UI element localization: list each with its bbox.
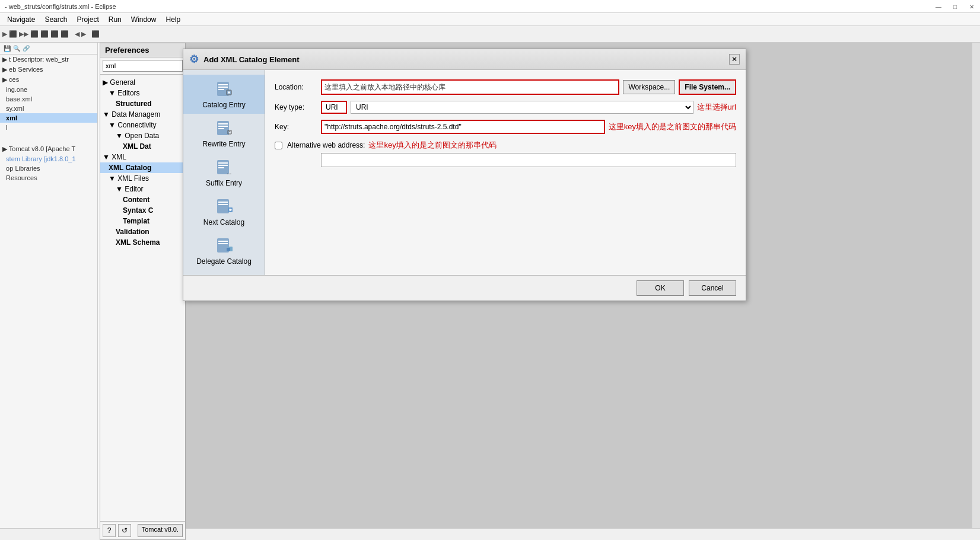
spacer	[0, 132, 97, 144]
catalog-entry-label: Catalog Entry	[202, 101, 246, 109]
project-item-3[interactable]: ▶ ces	[0, 75, 97, 85]
uri-label: URI	[326, 103, 338, 111]
suffix-entry-icon: ...	[215, 158, 234, 177]
tree-editor[interactable]: ▼ Editor	[100, 184, 185, 194]
key-type-label: Key type:	[275, 103, 317, 111]
menu-window[interactable]: Window	[126, 14, 161, 25]
preferences-search-input[interactable]	[103, 60, 183, 72]
project-item-11[interactable]: op Libraries	[0, 164, 97, 173]
project-item-1[interactable]: ▶ t Descriptor: web_str	[0, 55, 97, 65]
tree-validation[interactable]: Validation	[100, 226, 185, 237]
rewrite-entry-icon	[215, 119, 234, 138]
dialog-close-button[interactable]: ✕	[729, 54, 740, 65]
tree-content[interactable]: Content	[100, 194, 185, 205]
close-button[interactable]: ✕	[963, 0, 980, 13]
project-item-8[interactable]: l	[0, 123, 97, 132]
tree-connectivity[interactable]: ▼ Connectivity	[100, 120, 185, 130]
preferences-tree: ▶ General ▼ Editors Structured ▼ Data Ma…	[100, 75, 185, 521]
svg-rect-22	[218, 243, 228, 244]
svg-rect-2	[218, 87, 228, 88]
project-item-5[interactable]: base.xml	[0, 94, 97, 104]
xml-catalog-dialog: ⚙ Add XML Catalog Element ✕	[183, 49, 746, 301]
tree-template[interactable]: Templat	[100, 216, 185, 226]
catalog-entry-item[interactable]: Catalog Entry	[183, 75, 265, 114]
alt-web-input-area	[321, 153, 736, 167]
menu-bar: Navigate Search Project Run Window Help …	[0, 13, 980, 26]
tree-structured[interactable]: Structured	[100, 98, 185, 109]
key-row: Key: 这里key填入的是之前图文的那串代码	[275, 120, 736, 134]
project-item-6[interactable]: sy.xml	[0, 104, 97, 113]
minimize-button[interactable]: —	[930, 0, 947, 13]
dialog-body: Catalog Entry Rewrite Entry	[183, 70, 746, 275]
project-item-7[interactable]: xml	[0, 113, 97, 123]
dialog-icon: ⚙	[189, 53, 199, 66]
alt-web-input[interactable]	[321, 153, 736, 167]
key-input[interactable]	[321, 120, 605, 134]
rewrite-entry-item[interactable]: Rewrite Entry	[183, 114, 265, 153]
file-system-btn-wrapper: File System...	[679, 79, 736, 95]
tree-data-mgmt[interactable]: ▼ Data Managem	[100, 109, 185, 120]
dialog-title-text: Add XML Catalog Element	[203, 55, 300, 64]
svg-rect-8	[218, 123, 228, 124]
svg-rect-18	[218, 204, 228, 205]
next-catalog-icon	[215, 197, 234, 216]
ok-button[interactable]: OK	[637, 280, 684, 296]
dialog-footer: OK Cancel	[183, 275, 746, 301]
scrollbar[interactable]	[972, 43, 980, 528]
tree-xml-files[interactable]: ▼ XML Files	[100, 173, 185, 184]
menu-search[interactable]: Search	[40, 14, 72, 25]
tree-xml-dat[interactable]: XML Dat	[100, 141, 185, 152]
svg-rect-17	[218, 202, 228, 203]
cancel-button[interactable]: Cancel	[689, 280, 736, 296]
tomcat-label[interactable]: Tomcat v8.0.	[138, 524, 183, 537]
help-button[interactable]: ?	[103, 524, 116, 537]
delegate-catalog-item[interactable]: Delegate Catalog	[183, 231, 265, 270]
project-item-10[interactable]: stem Library [jdk1.8.0_1	[0, 154, 97, 164]
menu-help[interactable]: Help	[161, 14, 185, 25]
tree-open-data[interactable]: ▼ Open Data	[100, 130, 185, 141]
delegate-catalog-label: Delegate Catalog	[196, 257, 252, 266]
maximize-button[interactable]: □	[947, 0, 963, 13]
tree-xml-catalog[interactable]: XML Catalog	[100, 162, 185, 173]
svg-text:...: ...	[227, 169, 231, 175]
tree-editors[interactable]: ▼ Editors	[100, 88, 185, 98]
suffix-entry-item[interactable]: ... Suffix Entry	[183, 153, 265, 192]
svg-rect-3	[218, 89, 224, 90]
svg-rect-12	[218, 162, 228, 164]
alt-web-label: Alternative web address:	[287, 141, 365, 149]
link-icon[interactable]: 🔗	[23, 45, 30, 52]
menu-run[interactable]: Run	[104, 14, 126, 25]
project-item-9[interactable]: ▶ Tomcat v8.0 [Apache T	[0, 144, 97, 154]
project-tree: 💾 🔍 🔗 ▶ t Descriptor: web_str ▶ eb Servi…	[0, 43, 98, 540]
tree-general[interactable]: ▶ General	[100, 77, 185, 88]
file-system-button[interactable]: File System...	[680, 81, 735, 94]
preferences-dialog: Preferences ▶ General ▼ Editors Structur…	[100, 43, 186, 540]
key-type-select[interactable]: URI Public ID System ID	[351, 101, 693, 114]
alt-web-row: Alternative web address: 这里key填入的是之前图文的那…	[275, 140, 736, 151]
workspace-button[interactable]: Workspace...	[623, 80, 675, 94]
project-item-2[interactable]: ▶ eb Services	[0, 65, 97, 75]
rewrite-entry-label: Rewrite Entry	[202, 140, 245, 148]
restore-button[interactable]: ↺	[118, 524, 131, 537]
tree-xml-schema[interactable]: XML Schema	[100, 237, 185, 248]
toolbar: ▶ ⬛ ▶▶ ⬛ ⬛ ⬛ ⬛ ◀ ▶ ⬛	[0, 26, 980, 43]
dialog-titlebar: ⚙ Add XML Catalog Element ✕	[183, 49, 746, 70]
dialog-right-panel: Location: Workspace... File System... Ke…	[265, 70, 746, 275]
svg-rect-14	[218, 167, 224, 168]
svg-rect-24	[227, 248, 230, 251]
save-icon[interactable]: 💾	[4, 45, 11, 52]
svg-rect-21	[218, 241, 228, 242]
title-bar: - web_struts/config/struts.xml - Eclipse…	[0, 0, 980, 13]
project-item-4[interactable]: ing.one	[0, 85, 97, 94]
suffix-entry-label: Suffix Entry	[206, 179, 242, 187]
location-input[interactable]	[322, 81, 618, 94]
alt-web-checkbox[interactable]	[275, 142, 282, 149]
next-catalog-item[interactable]: Next Catalog	[183, 192, 265, 231]
refresh-icon[interactable]: 🔍	[13, 45, 20, 52]
key-hint: 这里key填入的是之前图文的那串代码	[609, 122, 736, 132]
project-item-12[interactable]: Resources	[0, 173, 97, 183]
menu-navigate[interactable]: Navigate	[2, 14, 40, 25]
tree-syntax[interactable]: Syntax C	[100, 205, 185, 216]
menu-project[interactable]: Project	[72, 14, 103, 25]
tree-xml[interactable]: ▼ XML	[100, 152, 185, 162]
